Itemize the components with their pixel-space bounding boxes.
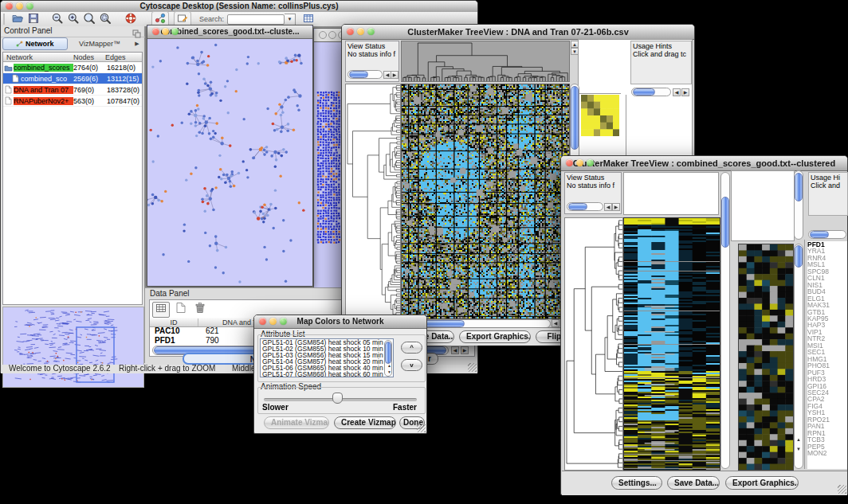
tab-network[interactable]: Network: [2, 37, 68, 50]
export-graphics-button[interactable]: Export Graphics...: [725, 476, 799, 490]
close-button[interactable]: [152, 28, 159, 35]
help-lifering-icon[interactable]: [123, 12, 139, 26]
zoom-in-icon[interactable]: [65, 12, 81, 26]
col-id[interactable]: ID: [150, 318, 198, 326]
scroll-up-icon[interactable]: ▲: [796, 437, 801, 442]
settings-button[interactable]: Settings...: [611, 476, 662, 490]
minimize-button[interactable]: [269, 318, 277, 325]
open-session-icon[interactable]: [10, 12, 26, 26]
tab-vizmapper[interactable]: VizMapper™: [68, 40, 132, 48]
resize-grip[interactable]: [838, 485, 846, 494]
birds-eye-view[interactable]: [2, 307, 144, 388]
gene-label[interactable]: MON2: [807, 450, 847, 456]
close-button[interactable]: [347, 28, 354, 35]
attribute-list[interactable]: GPL51-01 (GSM854) heat shock 05 minGPL51…: [260, 338, 394, 377]
attribute-list-item[interactable]: GPL51-07 (GSM868) heat shock 60 min: [262, 372, 391, 377]
close-button[interactable]: [259, 318, 266, 325]
treeview1-title: ClusterMaker TreeView : DNA and Tran 07-…: [407, 27, 629, 37]
zoom-button[interactable]: [367, 28, 375, 35]
animate-vizmap-button[interactable]: Animate Vizmap: [264, 416, 329, 429]
move-up-button[interactable]: ^: [401, 342, 422, 354]
network-row-name[interactable]: combined_scores: [14, 64, 73, 72]
usage-hints-hscrollbar[interactable]: [631, 88, 671, 96]
tv1-row-dendrogram[interactable]: [345, 84, 401, 319]
tv2-collabel-scrollbar[interactable]: [794, 170, 803, 240]
resize-grip[interactable]: [417, 424, 426, 432]
divider: [804, 240, 805, 469]
tv2-mini-scrollbar[interactable]: ▲ ▼: [794, 244, 803, 469]
network-table-header[interactable]: Network Nodes Edges: [3, 53, 142, 62]
scroll-down-icon[interactable]: ▼: [796, 447, 801, 451]
scroll-right-icon[interactable]: ▶: [391, 71, 398, 79]
treeview1-titlebar[interactable]: ClusterMaker TreeView : DNA and Tran 07-…: [342, 25, 694, 40]
scroll-left-icon[interactable]: ◀: [451, 346, 459, 354]
main-titlebar[interactable]: Cytoscape Desktop (Session Name: collins…: [1, 1, 477, 13]
search-input[interactable]: [227, 14, 285, 25]
more-tabs-icon[interactable]: ▶: [132, 41, 143, 47]
tv2-row-dendrogram[interactable]: [564, 217, 623, 471]
network-view-1-canvas[interactable]: [147, 39, 311, 285]
col-nodes[interactable]: Nodes: [73, 53, 105, 61]
select-attributes-icon[interactable]: [152, 302, 170, 318]
scroll-left-icon[interactable]: ◀: [552, 319, 559, 327]
minimize-button[interactable]: [576, 159, 583, 166]
zoom-button[interactable]: [171, 28, 179, 35]
col-network[interactable]: Network: [3, 53, 73, 61]
close-button[interactable]: [319, 31, 327, 39]
zoom-button[interactable]: [587, 159, 594, 166]
scroll-right-icon[interactable]: ▶: [681, 88, 689, 96]
scroll-down-icon[interactable]: ▼: [387, 369, 391, 374]
tv1-heatmap[interactable]: [401, 84, 570, 319]
tv2-column-dendrogram-area[interactable]: [623, 172, 719, 215]
network-row[interactable]: DNA and Tran 07 769(0) 183728(0): [3, 84, 142, 96]
usage-hints-line2: Click and: [809, 182, 847, 189]
zoom-button[interactable]: [26, 2, 33, 10]
network-table-body: combined_scores 2764(0) 16218(0) combine…: [3, 62, 142, 107]
move-down-button[interactable]: v: [401, 359, 422, 371]
minimize-button[interactable]: [16, 2, 23, 10]
dialog-titlebar[interactable]: Map Colors to Network: [254, 315, 426, 329]
zoom-selected-icon[interactable]: [97, 12, 113, 26]
control-panel-tabs: Network VizMapper™ ▶: [2, 37, 143, 50]
view-status-hscrollbar[interactable]: [347, 70, 383, 79]
tv2-vscrollbar[interactable]: [720, 172, 730, 469]
tv2-mini-heatmap[interactable]: [738, 244, 794, 471]
scroll-left-icon[interactable]: ◀: [673, 88, 681, 96]
close-button[interactable]: [6, 2, 13, 10]
delete-attribute-icon[interactable]: [192, 302, 208, 316]
network-row-name[interactable]: RNAPuberNov2+: [14, 97, 73, 105]
tv1-correlation-matrix[interactable]: [581, 95, 619, 136]
save-data-button[interactable]: Save Data...: [667, 476, 720, 490]
minimize-button[interactable]: [357, 28, 364, 35]
network-row[interactable]: RNAPuberNov2+ 563(0) 107847(0): [3, 96, 142, 107]
export-graphics-button[interactable]: Export Graphics...: [459, 330, 531, 343]
scroll-up-icon[interactable]: ▲: [387, 363, 391, 368]
network-window-1-titlebar[interactable]: combined_scores_good.txt--cluste...: [147, 25, 312, 39]
minimize-button[interactable]: [328, 31, 336, 39]
resize-grip[interactable]: [468, 363, 477, 372]
minimize-button[interactable]: [162, 28, 169, 35]
network-row[interactable]: combined_scores 2764(0) 16218(0): [3, 62, 142, 73]
scroll-right-icon[interactable]: ▶: [612, 203, 620, 211]
slider-thumb[interactable]: [332, 393, 343, 404]
network-row-name[interactable]: combined_sco: [21, 75, 73, 83]
new-attribute-icon[interactable]: [173, 302, 189, 316]
scroll-left-icon[interactable]: ◀: [604, 203, 612, 211]
search-dropdown-icon[interactable]: ▼: [285, 14, 296, 25]
create-vizmap-button[interactable]: Create Vizmap: [334, 416, 396, 429]
close-button[interactable]: [566, 159, 573, 166]
network-row-name[interactable]: DNA and Tran 07: [14, 86, 73, 94]
zoom-out-icon[interactable]: [49, 12, 65, 26]
zoom-button[interactable]: [280, 318, 287, 325]
scroll-right-icon[interactable]: ▶: [461, 346, 469, 354]
col-edges[interactable]: Edges: [105, 53, 142, 61]
view-status-line2: No status info f: [346, 50, 398, 58]
zoom-fit-icon[interactable]: [81, 12, 97, 26]
view-status-hscrollbar[interactable]: [567, 202, 603, 211]
save-session-icon[interactable]: [26, 12, 41, 26]
tv1-column-dendrogram[interactable]: [401, 41, 570, 82]
network-row[interactable]: combined_sco 2569(6) 13112(15): [3, 73, 142, 84]
usage-hints-hscrollbar[interactable]: [808, 230, 846, 239]
tv2-heatmap[interactable]: [623, 217, 720, 471]
treeview2-titlebar[interactable]: ClusterMaker TreeView : combined_scores_…: [561, 156, 847, 171]
